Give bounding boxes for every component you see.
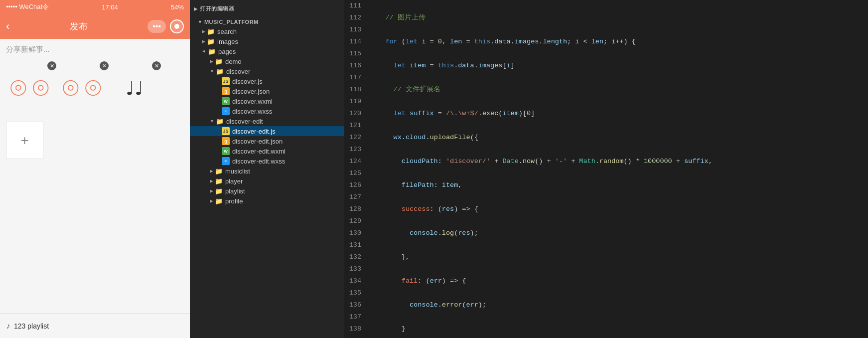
project-root[interactable]: ▼ MUSIC_PLATFORM bbox=[190, 17, 344, 26]
demo-folder-icon: 📁 bbox=[215, 57, 223, 65]
line-content-130: console.log(res); bbox=[369, 227, 868, 239]
code-editor-panel: 111 112 // 图片上传 113 114 for (let i = 0, … bbox=[344, 0, 868, 338]
open-editors-arrow: ▶ bbox=[194, 6, 198, 11]
line-content-128: success: (res) => { bbox=[369, 203, 868, 215]
code-line-125: 125 bbox=[344, 168, 868, 179]
discover-edit-folder-icon: 📁 bbox=[216, 117, 224, 125]
tree-item-images[interactable]: ▶ 📁 images bbox=[190, 36, 344, 46]
line-content-114: for (let i = 0, len = this.data.images.l… bbox=[369, 36, 868, 48]
tree-item-search[interactable]: ▶ 📁 search bbox=[190, 26, 344, 36]
code-line-138: 138 } bbox=[344, 323, 868, 335]
line-num-112: 112 bbox=[344, 12, 369, 24]
line-num-129: 129 bbox=[344, 215, 369, 227]
tree-item-musiclist[interactable]: ▶ 📁 musiclist bbox=[190, 166, 344, 176]
tree-item-discover-edit-js[interactable]: JS discover-edit.js bbox=[190, 126, 344, 136]
musiclist-folder-icon: 📁 bbox=[215, 167, 223, 175]
discover-edit-folder-arrow-icon: ▼ bbox=[210, 119, 214, 124]
tree-item-discover[interactable]: ▼ 📁 discover bbox=[190, 66, 344, 76]
playlist-icon: ♪ bbox=[6, 322, 10, 331]
playlist-label: 123 playlist bbox=[14, 322, 49, 330]
media-item-3: ✕ ♩♩ bbox=[111, 64, 158, 112]
profile-folder-icon: 📁 bbox=[215, 197, 223, 205]
line-content-136: console.error(err); bbox=[369, 299, 868, 311]
line-num-116: 116 bbox=[344, 60, 369, 72]
code-line-122: 122 wx.cloud.uploadFile({ bbox=[344, 132, 868, 144]
images-label: images bbox=[217, 38, 238, 45]
tree-item-discover-edit-wxml[interactable]: W discover-edit.wxml bbox=[190, 146, 344, 156]
code-line-116: 116 let item = this.data.images[i] bbox=[344, 60, 868, 72]
back-button[interactable]: ‹ bbox=[6, 20, 9, 33]
code-line-115: 115 bbox=[344, 48, 868, 60]
line-num-114: 114 bbox=[344, 36, 369, 48]
line-num-127: 127 bbox=[344, 191, 369, 203]
line-content-134: fail: (err) => { bbox=[369, 275, 868, 287]
share-placeholder: 分享新鲜事... bbox=[6, 45, 184, 54]
code-line-114: 114 for (let i = 0, len = this.data.imag… bbox=[344, 36, 868, 48]
status-bar: ••••• WeChat令 17:04 54% bbox=[0, 0, 190, 14]
line-content-126: filePath: item, bbox=[369, 179, 868, 191]
line-num-138: 138 bbox=[344, 323, 369, 335]
wechat-bottom-bar[interactable]: ♪ 123 playlist bbox=[0, 313, 190, 338]
pages-arrow-icon: ▼ bbox=[201, 49, 206, 54]
tree-item-discover-edit-wxss[interactable]: ≈ discover-edit.wxss bbox=[190, 156, 344, 166]
line-content-132: }, bbox=[369, 251, 868, 263]
wechat-nav-bar: ‹ 发布 ••• bbox=[0, 14, 190, 39]
tree-item-discover-js[interactable]: JS discover.js bbox=[190, 76, 344, 86]
line-num-134: 134 bbox=[344, 275, 369, 287]
media-close-2[interactable]: ✕ bbox=[100, 61, 109, 70]
search-label: search bbox=[217, 28, 237, 35]
code-line-112: 112 // 图片上传 bbox=[344, 12, 868, 24]
line-num-125: 125 bbox=[344, 168, 369, 179]
line-content-112: // 图片上传 bbox=[369, 12, 868, 24]
project-title: MUSIC_PLATFORM bbox=[204, 19, 259, 25]
line-content-116: let item = this.data.images[i] bbox=[369, 60, 868, 72]
music-icon: ♩♩ bbox=[111, 64, 158, 112]
discover-label: discover bbox=[226, 68, 250, 75]
tree-item-player[interactable]: ▶ 📁 player bbox=[190, 176, 344, 186]
search-arrow-icon: ▶ bbox=[202, 29, 205, 34]
tree-item-pages[interactable]: ▼ 📁 pages bbox=[190, 46, 344, 56]
line-num-130: 130 bbox=[344, 227, 369, 239]
code-line-124: 124 cloudPath: 'discover/' + Date.now() … bbox=[344, 156, 868, 168]
images-folder-icon: 📁 bbox=[207, 37, 215, 45]
media-close-3[interactable]: ✕ bbox=[152, 61, 161, 70]
tree-item-profile[interactable]: ▶ 📁 profile bbox=[190, 196, 344, 206]
pages-label: pages bbox=[218, 48, 236, 55]
add-media-button[interactable]: + bbox=[6, 122, 43, 159]
line-num-124: 124 bbox=[344, 156, 369, 168]
line-content-118: // 文件扩展名 bbox=[369, 84, 868, 96]
code-line-126: 126 filePath: item, bbox=[344, 179, 868, 191]
dots-button[interactable]: ••• bbox=[147, 20, 166, 33]
code-line-121: 121 bbox=[344, 120, 868, 132]
open-editors-header[interactable]: ▶ 打开的编辑器 bbox=[190, 3, 344, 14]
code-area[interactable]: 111 112 // 图片上传 113 114 for (let i = 0, … bbox=[344, 0, 868, 338]
record-button[interactable] bbox=[170, 19, 184, 33]
battery-label: 54% bbox=[171, 3, 184, 11]
line-num-111: 111 bbox=[344, 0, 369, 12]
demo-label: demo bbox=[225, 58, 242, 65]
tree-item-discover-wxss[interactable]: ≈ discover.wxss bbox=[190, 106, 344, 116]
line-num-128: 128 bbox=[344, 203, 369, 215]
media-close-1[interactable]: ✕ bbox=[47, 61, 56, 70]
discover-wxml-icon: W bbox=[222, 97, 230, 105]
open-editors-title: 打开的编辑器 bbox=[200, 5, 234, 12]
line-num-121: 121 bbox=[344, 120, 369, 132]
code-line-128: 128 success: (res) => { bbox=[344, 203, 868, 215]
open-editors-section: ▶ 打开的编辑器 bbox=[190, 0, 344, 17]
code-line-136: 136 console.error(err); bbox=[344, 299, 868, 311]
playlist-folder-icon: 📁 bbox=[215, 187, 223, 195]
tree-item-discover-edit-folder[interactable]: ▼ 📁 discover-edit bbox=[190, 116, 344, 126]
code-line-123: 123 bbox=[344, 144, 868, 156]
tree-item-discover-edit-json[interactable]: {} discover-edit.json bbox=[190, 136, 344, 146]
tree-item-playlist[interactable]: ▶ 📁 playlist bbox=[190, 186, 344, 196]
project-arrow: ▼ bbox=[198, 19, 202, 24]
player-arrow-icon: ▶ bbox=[210, 178, 213, 183]
line-num-137: 137 bbox=[344, 311, 369, 323]
tree-item-discover-json[interactable]: {} discover.json bbox=[190, 86, 344, 96]
radio-icon-2: ⦾ ⦾ bbox=[58, 64, 106, 112]
tree-item-discover-wxml[interactable]: W discover.wxml bbox=[190, 96, 344, 106]
discover-edit-wxss-icon: ≈ bbox=[222, 157, 230, 165]
discover-json-label: discover.json bbox=[232, 88, 270, 95]
tree-item-demo[interactable]: ▶ 📁 demo bbox=[190, 56, 344, 66]
images-arrow-icon: ▶ bbox=[202, 39, 205, 44]
